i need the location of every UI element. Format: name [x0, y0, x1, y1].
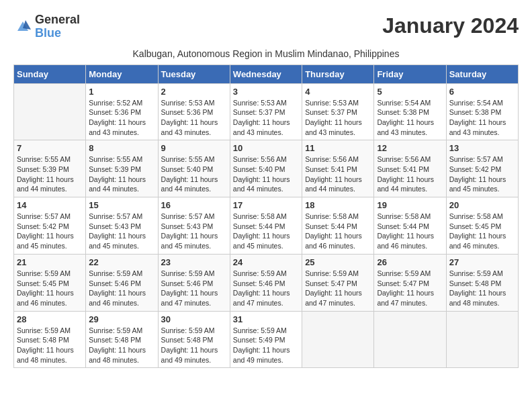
day-info: Sunrise: 5:53 AMSunset: 5:37 PMDaylight:…: [233, 98, 299, 138]
day-number: 14: [17, 200, 83, 210]
day-info: Sunrise: 5:55 AMSunset: 5:39 PMDaylight:…: [17, 154, 83, 194]
day-number: 13: [449, 143, 515, 153]
calendar-cell: 10Sunrise: 5:56 AMSunset: 5:40 PMDayligh…: [230, 140, 302, 197]
calendar-subtitle: Kalbugan, Autonomous Region in Muslim Mi…: [13, 48, 519, 59]
logo-line2: Blue: [35, 27, 80, 40]
day-info: Sunrise: 5:59 AMSunset: 5:48 PMDaylight:…: [449, 269, 515, 308]
calendar-cell: 6Sunrise: 5:54 AMSunset: 5:38 PMDaylight…: [446, 83, 518, 140]
calendar-cell: 27Sunrise: 5:59 AMSunset: 5:48 PMDayligh…: [446, 254, 518, 311]
day-number: 12: [377, 143, 443, 153]
day-info: Sunrise: 5:59 AMSunset: 5:48 PMDaylight:…: [161, 326, 227, 365]
day-info: Sunrise: 5:53 AMSunset: 5:37 PMDaylight:…: [305, 98, 371, 138]
day-number: 4: [305, 87, 371, 97]
day-info: Sunrise: 5:55 AMSunset: 5:39 PMDaylight:…: [89, 154, 154, 194]
day-number: 11: [305, 143, 371, 153]
calendar-cell: 1Sunrise: 5:52 AMSunset: 5:36 PMDaylight…: [86, 83, 158, 140]
day-info: Sunrise: 5:57 AMSunset: 5:42 PMDaylight:…: [17, 212, 83, 251]
calendar-cell: 5Sunrise: 5:54 AMSunset: 5:38 PMDaylight…: [374, 83, 446, 140]
day-info: Sunrise: 5:59 AMSunset: 5:47 PMDaylight:…: [377, 269, 443, 308]
day-info: Sunrise: 5:59 AMSunset: 5:46 PMDaylight:…: [89, 269, 154, 308]
calendar-cell: 9Sunrise: 5:55 AMSunset: 5:40 PMDaylight…: [158, 140, 230, 197]
calendar-cell: 16Sunrise: 5:57 AMSunset: 5:43 PMDayligh…: [158, 197, 230, 255]
calendar-cell: 30Sunrise: 5:59 AMSunset: 5:48 PMDayligh…: [158, 311, 230, 368]
logo-line1: General: [35, 13, 80, 27]
day-number: 10: [233, 143, 299, 153]
day-info: Sunrise: 5:59 AMSunset: 5:49 PMDaylight:…: [233, 326, 299, 365]
calendar-cell: 18Sunrise: 5:58 AMSunset: 5:44 PMDayligh…: [302, 197, 374, 255]
calendar-cell: 4Sunrise: 5:53 AMSunset: 5:37 PMDaylight…: [302, 83, 374, 140]
day-number: 24: [233, 257, 299, 267]
column-header-wednesday: Wednesday: [230, 64, 302, 83]
calendar-cell: 2Sunrise: 5:53 AMSunset: 5:36 PMDaylight…: [158, 83, 230, 140]
calendar-cell: 21Sunrise: 5:59 AMSunset: 5:45 PMDayligh…: [14, 254, 86, 311]
day-number: 22: [89, 257, 154, 267]
calendar-cell: 8Sunrise: 5:55 AMSunset: 5:39 PMDaylight…: [86, 140, 158, 197]
calendar-cell: 31Sunrise: 5:59 AMSunset: 5:49 PMDayligh…: [230, 311, 302, 368]
day-info: Sunrise: 5:52 AMSunset: 5:36 PMDaylight:…: [89, 98, 154, 138]
calendar-cell: 3Sunrise: 5:53 AMSunset: 5:37 PMDaylight…: [230, 83, 302, 140]
day-number: 3: [233, 87, 299, 97]
day-number: 2: [161, 87, 227, 97]
day-number: 8: [89, 143, 154, 153]
calendar-cell: [446, 311, 518, 368]
column-header-saturday: Saturday: [446, 64, 518, 83]
calendar-cell: 25Sunrise: 5:59 AMSunset: 5:47 PMDayligh…: [302, 254, 374, 311]
day-number: 21: [17, 257, 83, 267]
day-number: 5: [377, 87, 443, 97]
day-info: Sunrise: 5:59 AMSunset: 5:45 PMDaylight:…: [17, 269, 83, 308]
day-info: Sunrise: 5:59 AMSunset: 5:46 PMDaylight:…: [233, 269, 299, 308]
day-number: 16: [161, 200, 227, 210]
calendar-cell: 12Sunrise: 5:56 AMSunset: 5:41 PMDayligh…: [374, 140, 446, 197]
calendar-cell: 11Sunrise: 5:56 AMSunset: 5:41 PMDayligh…: [302, 140, 374, 197]
day-number: 20: [449, 200, 515, 210]
calendar-cell: 14Sunrise: 5:57 AMSunset: 5:42 PMDayligh…: [14, 197, 86, 255]
day-number: 23: [161, 257, 227, 267]
calendar-cell: 20Sunrise: 5:58 AMSunset: 5:45 PMDayligh…: [446, 197, 518, 255]
calendar-cell: 22Sunrise: 5:59 AMSunset: 5:46 PMDayligh…: [86, 254, 158, 311]
day-info: Sunrise: 5:56 AMSunset: 5:41 PMDaylight:…: [305, 154, 371, 194]
day-info: Sunrise: 5:59 AMSunset: 5:47 PMDaylight:…: [305, 269, 371, 308]
calendar-cell: 17Sunrise: 5:58 AMSunset: 5:44 PMDayligh…: [230, 197, 302, 255]
day-info: Sunrise: 5:57 AMSunset: 5:43 PMDaylight:…: [89, 212, 154, 251]
logo-icon: [13, 17, 32, 36]
day-number: 28: [17, 314, 83, 324]
day-info: Sunrise: 5:54 AMSunset: 5:38 PMDaylight:…: [449, 98, 515, 138]
calendar-cell: 26Sunrise: 5:59 AMSunset: 5:47 PMDayligh…: [374, 254, 446, 311]
day-info: Sunrise: 5:59 AMSunset: 5:46 PMDaylight:…: [161, 269, 227, 308]
calendar-cell: 7Sunrise: 5:55 AMSunset: 5:39 PMDaylight…: [14, 140, 86, 197]
day-info: Sunrise: 5:57 AMSunset: 5:43 PMDaylight:…: [161, 212, 227, 251]
day-number: 1: [89, 87, 154, 97]
column-header-tuesday: Tuesday: [158, 64, 230, 83]
day-info: Sunrise: 5:59 AMSunset: 5:48 PMDaylight:…: [89, 326, 154, 365]
day-info: Sunrise: 5:58 AMSunset: 5:45 PMDaylight:…: [449, 212, 515, 251]
day-info: Sunrise: 5:58 AMSunset: 5:44 PMDaylight:…: [377, 212, 443, 251]
day-number: 7: [17, 143, 83, 153]
column-header-friday: Friday: [374, 64, 446, 83]
day-number: 9: [161, 143, 227, 153]
day-number: 15: [89, 200, 154, 210]
column-header-monday: Monday: [86, 64, 158, 83]
day-info: Sunrise: 5:54 AMSunset: 5:38 PMDaylight:…: [377, 98, 443, 138]
calendar-cell: 24Sunrise: 5:59 AMSunset: 5:46 PMDayligh…: [230, 254, 302, 311]
calendar-cell: 29Sunrise: 5:59 AMSunset: 5:48 PMDayligh…: [86, 311, 158, 368]
column-header-sunday: Sunday: [14, 64, 86, 83]
day-info: Sunrise: 5:59 AMSunset: 5:48 PMDaylight:…: [17, 326, 83, 365]
calendar-title: January 2024: [382, 13, 519, 38]
day-number: 31: [233, 314, 299, 324]
day-info: Sunrise: 5:57 AMSunset: 5:42 PMDaylight:…: [449, 154, 515, 194]
logo: General Blue: [13, 13, 80, 40]
day-info: Sunrise: 5:53 AMSunset: 5:36 PMDaylight:…: [161, 98, 227, 138]
day-info: Sunrise: 5:55 AMSunset: 5:40 PMDaylight:…: [161, 154, 227, 194]
day-number: 19: [377, 200, 443, 210]
day-number: 26: [377, 257, 443, 267]
day-number: 25: [305, 257, 371, 267]
calendar-cell: [14, 83, 86, 140]
calendar-cell: [302, 311, 374, 368]
day-number: 18: [305, 200, 371, 210]
calendar-cell: [374, 311, 446, 368]
day-info: Sunrise: 5:58 AMSunset: 5:44 PMDaylight:…: [305, 212, 371, 251]
day-info: Sunrise: 5:58 AMSunset: 5:44 PMDaylight:…: [233, 212, 299, 251]
calendar-cell: 13Sunrise: 5:57 AMSunset: 5:42 PMDayligh…: [446, 140, 518, 197]
day-number: 29: [89, 314, 154, 324]
day-number: 30: [161, 314, 227, 324]
